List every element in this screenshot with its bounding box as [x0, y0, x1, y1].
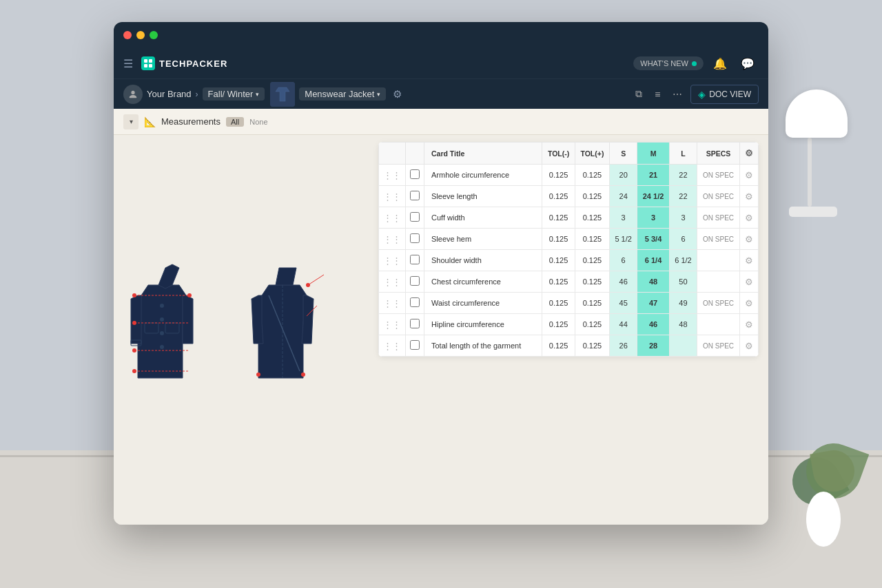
table-row: ⋮⋮ Total length of the garment 0.125 0.1…: [379, 335, 759, 357]
whats-new-button[interactable]: WHAT'S NEW: [633, 56, 704, 70]
tol-minus-cell: 0.125: [542, 271, 575, 293]
row-settings-cell[interactable]: ⚙: [740, 207, 759, 229]
spec-cell: [697, 271, 740, 293]
checkbox-cell[interactable]: [406, 314, 424, 335]
row-checkbox[interactable]: [410, 191, 420, 200]
drag-handle-cell[interactable]: ⋮⋮: [379, 250, 406, 271]
drag-handle-cell[interactable]: ⋮⋮: [379, 271, 406, 293]
drag-handle-cell[interactable]: ⋮⋮: [379, 314, 406, 335]
size-l-cell: 3: [669, 207, 697, 229]
checkbox-cell[interactable]: [406, 335, 424, 357]
tol-plus-cell: 0.125: [575, 186, 609, 207]
svg-point-12: [132, 293, 136, 297]
spec-cell: ON SPEC: [697, 229, 740, 250]
brand-name: Your Brand: [147, 89, 192, 99]
maximize-button[interactable]: [150, 31, 158, 39]
hamburger-icon[interactable]: ☰: [123, 57, 133, 70]
select-none-button[interactable]: None: [249, 118, 267, 126]
size-l-cell: 6 1/2: [669, 250, 697, 271]
collapse-button[interactable]: ▾: [123, 114, 139, 129]
drag-handle-cell[interactable]: ⋮⋮: [379, 293, 406, 314]
row-checkbox[interactable]: [410, 297, 420, 307]
row-checkbox[interactable]: [410, 233, 420, 243]
size-m-cell: 3: [637, 207, 670, 229]
size-l-cell: 50: [669, 271, 697, 293]
row-checkbox[interactable]: [410, 169, 420, 179]
svg-point-18: [132, 369, 136, 373]
table-row: ⋮⋮ Sleeve length 0.125 0.125 24 24 1/2 2…: [379, 186, 759, 207]
size-s-cell: 20: [610, 165, 637, 186]
product-settings-icon[interactable]: ⚙: [390, 85, 404, 103]
jacket-panel: [114, 135, 369, 525]
drag-handle-cell[interactable]: ⋮⋮: [379, 335, 406, 357]
svg-point-8: [160, 317, 164, 322]
drag-handle-cell[interactable]: ⋮⋮: [379, 229, 406, 250]
checkbox-cell[interactable]: [406, 186, 424, 207]
section-title: Measurements: [161, 116, 220, 127]
row-settings-cell[interactable]: ⚙: [740, 314, 759, 335]
col-drag-header: [379, 143, 406, 165]
notification-button[interactable]: 🔔: [709, 54, 731, 73]
size-m-cell: 48: [637, 271, 670, 293]
row-settings-cell[interactable]: ⚙: [740, 186, 759, 207]
help-button[interactable]: 💬: [737, 54, 759, 73]
size-m-cell: 47: [637, 293, 670, 314]
size-m-cell: 6 1/4: [637, 250, 670, 271]
tol-plus-cell: 0.125: [575, 207, 609, 229]
season-selector[interactable]: Fall/ Winter ▾: [203, 87, 265, 101]
spec-cell: [697, 250, 740, 271]
tol-plus-cell: 0.125: [575, 229, 609, 250]
checkbox-cell[interactable]: [406, 207, 424, 229]
row-checkbox[interactable]: [410, 340, 420, 350]
row-checkbox[interactable]: [410, 276, 420, 286]
row-settings-cell[interactable]: ⚙: [740, 250, 759, 271]
title-bar: [114, 22, 768, 48]
row-checkbox[interactable]: [410, 319, 420, 328]
sub-toolbar: ▾ 📐 Measurements All None: [114, 109, 768, 135]
tol-plus-cell: 0.125: [575, 335, 609, 357]
doc-view-button[interactable]: ◈ DOC VIEW: [690, 85, 759, 104]
checkbox-cell[interactable]: [406, 229, 424, 250]
row-settings-cell[interactable]: ⚙: [740, 293, 759, 314]
select-all-button[interactable]: All: [226, 117, 244, 127]
row-settings-cell[interactable]: ⚙: [740, 165, 759, 186]
col-card-title-header: Card Title: [424, 143, 542, 165]
size-s-cell: 45: [610, 293, 637, 314]
row-checkbox[interactable]: [410, 212, 420, 222]
drag-handle-cell[interactable]: ⋮⋮: [379, 165, 406, 186]
copy-button[interactable]: ⧉: [631, 85, 646, 103]
product-selector[interactable]: Menswear Jacket ▾: [299, 87, 386, 101]
whats-new-label: WHAT'S NEW: [640, 59, 688, 67]
measurements-table: Card Title TOL(-) TOL(+) S M L SPECS ⚙: [378, 142, 759, 357]
minimize-button[interactable]: [136, 31, 145, 39]
more-options-button[interactable]: ⋯: [668, 86, 686, 103]
checkbox-cell[interactable]: [406, 165, 424, 186]
drag-handle-cell[interactable]: ⋮⋮: [379, 186, 406, 207]
checkbox-cell[interactable]: [406, 271, 424, 293]
close-button[interactable]: [123, 31, 132, 39]
checkbox-cell[interactable]: [406, 250, 424, 271]
drag-handle-cell[interactable]: ⋮⋮: [379, 207, 406, 229]
row-settings-cell[interactable]: ⚙: [740, 229, 759, 250]
col-check-header: [406, 143, 424, 165]
checkbox-cell[interactable]: [406, 293, 424, 314]
measurement-name-cell: Sleeve length: [424, 186, 542, 207]
size-l-cell: 6: [669, 229, 697, 250]
svg-point-7: [160, 304, 164, 308]
filter-button[interactable]: ≡: [650, 86, 664, 103]
ruler-icon: 📐: [144, 116, 156, 127]
table-row: ⋮⋮ Shoulder width 0.125 0.125 6 6 1/4 6 …: [379, 250, 759, 271]
breadcrumb-separator-1: ›: [196, 90, 198, 99]
row-checkbox[interactable]: [410, 255, 420, 264]
size-l-cell: 22: [669, 186, 697, 207]
measurement-name-cell: Total length of the garment: [424, 335, 542, 357]
size-m-cell: 28: [637, 335, 670, 357]
desktop: ☰ TECHPACKER WHAT'S NEW 🔔 💬: [0, 0, 882, 588]
row-settings-cell[interactable]: ⚙: [740, 271, 759, 293]
svg-point-14: [132, 321, 136, 325]
row-settings-cell[interactable]: ⚙: [740, 335, 759, 357]
table-row: ⋮⋮ Waist circumference 0.125 0.125 45 47…: [379, 293, 759, 314]
size-s-cell: 44: [610, 314, 637, 335]
jacket-back-view: [248, 254, 355, 406]
col-settings-header: ⚙: [740, 143, 759, 165]
